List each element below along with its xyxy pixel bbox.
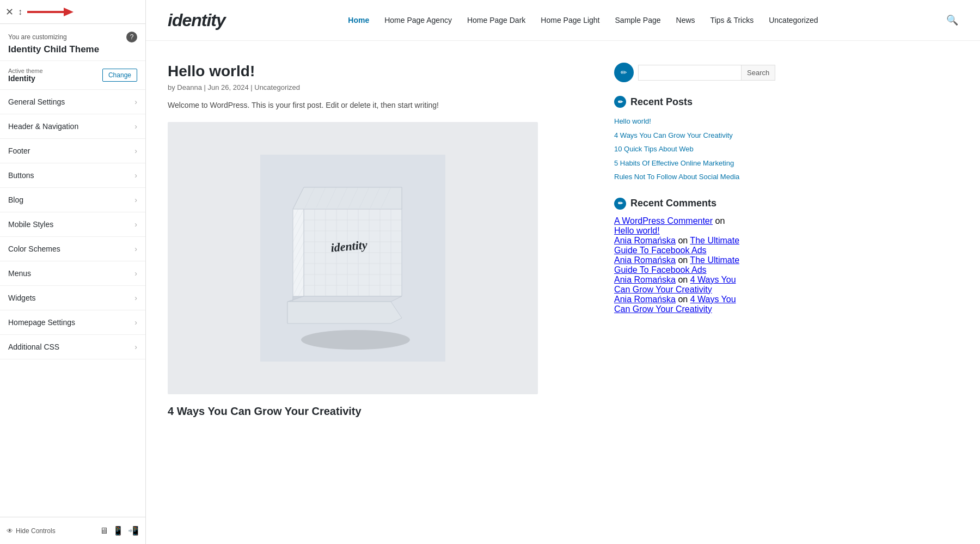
comment-post-link[interactable]: Hello world! xyxy=(614,226,660,235)
sidebar-search-widget: ✏ Search xyxy=(614,63,745,82)
sidebar-search-input[interactable] xyxy=(638,65,742,81)
customizer-bottom: 👁 Hide Controls 🖥 📱 📲 xyxy=(0,517,145,544)
help-icon[interactable]: ? xyxy=(126,32,137,42)
sidebar-search-icon: ✏ xyxy=(614,63,634,82)
header-search-icon[interactable]: 🔍 xyxy=(946,14,958,26)
chevron-right-icon: › xyxy=(134,245,137,253)
nav-item-sample-page[interactable]: Sample Page xyxy=(608,16,669,25)
sidebar-search-button[interactable]: Search xyxy=(742,65,775,81)
menu-item-additional-css[interactable]: Additional CSS› xyxy=(0,335,145,359)
menu-item-label: Homepage Settings xyxy=(8,318,75,327)
red-arrow-indicator xyxy=(24,4,79,20)
active-theme-value: Identity xyxy=(8,74,43,83)
customizer-top-bar: ✕ ↕ xyxy=(0,0,145,24)
nav-item-uncategorized[interactable]: Uncategorized xyxy=(761,16,825,25)
menu-item-header-navigation[interactable]: Header & Navigation› xyxy=(0,114,145,139)
you-are-customizing-row: You are customizing ? xyxy=(8,32,137,42)
menu-item-label: Widgets xyxy=(8,294,36,302)
site-logo: identity xyxy=(168,10,225,30)
menu-item-homepage-settings[interactable]: Homepage Settings› xyxy=(0,310,145,335)
recent-post-link[interactable]: Hello world! xyxy=(614,117,651,125)
menu-item-label: Blog xyxy=(8,195,23,204)
svg-marker-32 xyxy=(293,187,402,209)
chevron-right-icon: › xyxy=(134,171,137,180)
menu-item-blog[interactable]: Blog› xyxy=(0,188,145,212)
commenter-link[interactable]: Ania Romańska xyxy=(614,236,676,245)
active-theme-info: Active theme Identity xyxy=(8,68,43,83)
you-are-customizing-label: You are customizing xyxy=(8,33,67,41)
recent-comment-item: Ania Romańska on 4 Ways You Can Grow You… xyxy=(614,295,745,314)
sidebar: ✏ Search ✏ Recent Posts Hello world!4 Wa… xyxy=(614,63,745,544)
nav-item-news[interactable]: News xyxy=(669,16,703,25)
desktop-view-button[interactable]: 🖥 xyxy=(100,525,108,536)
recent-comments-icon: ✏ xyxy=(614,198,626,210)
recent-comments-widget: ✏ Recent Comments A WordPress Commenter … xyxy=(614,198,745,314)
recent-posts-widget: ✏ Recent Posts Hello world!4 Ways You Ca… xyxy=(614,96,745,184)
svg-marker-1 xyxy=(64,8,74,16)
hide-controls-label: Hide Controls xyxy=(16,527,56,535)
view-icons-group: 🖥 📱 📲 xyxy=(100,525,139,536)
change-theme-button[interactable]: Change xyxy=(102,69,137,82)
post-excerpt: Welcome to WordPress. This is your first… xyxy=(168,99,592,111)
recent-posts-icon: ✏ xyxy=(614,96,626,108)
nav-item-home-page-agency[interactable]: Home Page Agency xyxy=(377,16,460,25)
commenter-link[interactable]: Ania Romańska xyxy=(614,255,676,265)
post-image-svg: identity xyxy=(260,155,445,362)
commenter-link[interactable]: A WordPress Commenter xyxy=(614,216,713,225)
svg-marker-42 xyxy=(287,296,402,302)
site-header: identity HomeHome Page AgencyHome Page D… xyxy=(146,0,980,41)
chevron-right-icon: › xyxy=(134,220,137,229)
menu-item-mobile-styles[interactable]: Mobile Styles› xyxy=(0,212,145,237)
post-meta: by Deanna | Jun 26, 2024 | Uncategorized xyxy=(168,83,592,91)
post-title: Hello world! xyxy=(168,63,592,80)
recent-posts-list: Hello world!4 Ways You Can Grow Your Cre… xyxy=(614,114,745,184)
tablet-icon: 📱 xyxy=(113,526,124,535)
active-theme-section: Active theme Identity Change xyxy=(0,61,145,90)
svg-point-3 xyxy=(301,330,410,350)
menu-item-widgets[interactable]: Widgets› xyxy=(0,286,145,310)
chevron-right-icon: › xyxy=(134,294,137,302)
recent-post-item: Rules Not To Follow About Social Media xyxy=(614,170,745,184)
desktop-icon: 🖥 xyxy=(100,526,108,535)
recent-comment-item: Ania Romańska on The Ultimate Guide To F… xyxy=(614,255,745,275)
nav-item-home-page-dark[interactable]: Home Page Dark xyxy=(460,16,533,25)
hide-controls-button[interactable]: 👁 Hide Controls xyxy=(7,527,56,535)
nav-item-home[interactable]: Home xyxy=(340,16,377,25)
sort-button[interactable]: ↕ xyxy=(18,7,22,17)
chevron-right-icon: › xyxy=(134,122,137,131)
svg-marker-44 xyxy=(287,302,402,323)
nav-item-tips-&-tricks[interactable]: Tips & Tricks xyxy=(703,16,762,25)
commenter-link[interactable]: Ania Romańska xyxy=(614,295,676,304)
menu-item-label: Header & Navigation xyxy=(8,122,78,131)
menu-item-buttons[interactable]: Buttons› xyxy=(0,163,145,188)
recent-post-link[interactable]: Rules Not To Follow About Social Media xyxy=(614,173,739,181)
recent-post-link[interactable]: 5 Habits Of Effective Online Marketing xyxy=(614,159,734,167)
nav-item-home-page-light[interactable]: Home Page Light xyxy=(533,16,607,25)
recent-posts-title: ✏ Recent Posts xyxy=(614,96,745,108)
menu-item-footer[interactable]: Footer› xyxy=(0,139,145,163)
chevron-right-icon: › xyxy=(134,343,137,351)
menu-item-label: Menus xyxy=(8,269,31,278)
eye-icon: 👁 xyxy=(7,527,13,535)
post-featured-image: identity xyxy=(168,122,538,394)
preview-area: identity HomeHome Page AgencyHome Page D… xyxy=(146,0,980,544)
commenter-link[interactable]: Ania Romańska xyxy=(614,275,676,284)
mobile-icon: 📲 xyxy=(128,526,139,535)
menu-item-general-settings[interactable]: General Settings› xyxy=(0,90,145,114)
recent-post-item: 5 Habits Of Effective Online Marketing xyxy=(614,156,745,170)
chevron-right-icon: › xyxy=(134,146,137,155)
theme-name-label: Identity Child Theme xyxy=(8,44,137,55)
customizer-panel: ✕ ↕ You are customizing ? Identity Child… xyxy=(0,0,146,544)
tablet-view-button[interactable]: 📱 xyxy=(113,525,124,536)
recent-post-item: Hello world! xyxy=(614,114,745,129)
chevron-right-icon: › xyxy=(134,318,137,327)
chevron-right-icon: › xyxy=(134,195,137,204)
menu-item-color-schemes[interactable]: Color Schemes› xyxy=(0,237,145,261)
recent-post-link[interactable]: 10 Quick Tips About Web xyxy=(614,145,694,153)
mobile-view-button[interactable]: 📲 xyxy=(128,525,139,536)
recent-post-link[interactable]: 4 Ways You Can Grow Your Creativity xyxy=(614,131,733,139)
customizer-info: You are customizing ? Identity Child The… xyxy=(0,24,145,61)
close-button[interactable]: ✕ xyxy=(5,6,14,18)
menu-item-label: Buttons xyxy=(8,171,34,180)
menu-item-menus[interactable]: Menus› xyxy=(0,261,145,286)
